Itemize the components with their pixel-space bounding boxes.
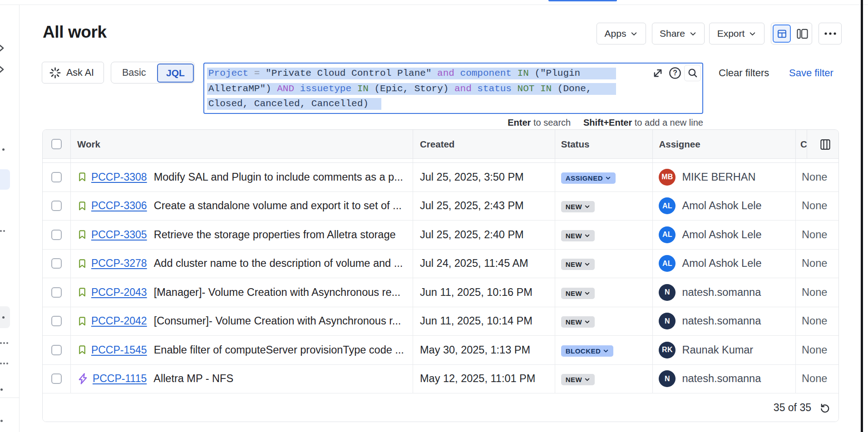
svg-text:?: ? [673,69,677,77]
